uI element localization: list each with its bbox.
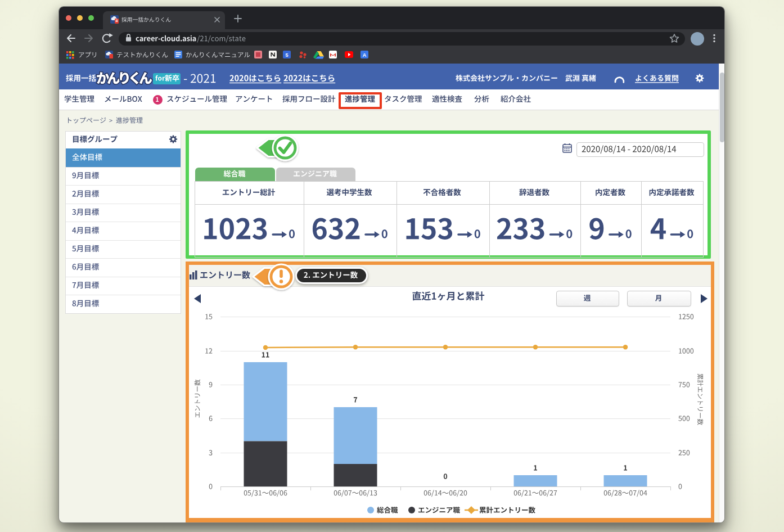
- svg-text:A: A: [363, 52, 367, 58]
- svg-text:5: 5: [285, 52, 288, 58]
